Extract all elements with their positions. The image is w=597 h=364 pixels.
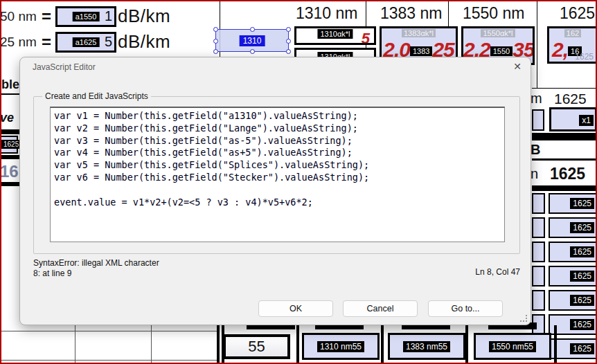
field-name-gray-label: 1383αk*l (402, 29, 436, 37)
field-name-tag: 1625 (570, 319, 594, 330)
field-name-tag: a1625 (73, 37, 100, 47)
selection-handle[interactable] (286, 27, 291, 32)
left-form-field[interactable]: 1625 (0, 136, 18, 154)
cancel-button[interactable]: Cancel (343, 300, 418, 317)
field-sub-label: 1625 (549, 52, 594, 62)
bottom-form-field-1310nm55[interactable]: 1310 nm55 (302, 333, 380, 360)
field-name-tag: 1383 nm55 (403, 341, 450, 352)
right-row-cell[interactable] (532, 266, 545, 286)
form-field-a1550[interactable]: 1 a1550 (55, 6, 116, 27)
cell-value: 55 (248, 338, 265, 356)
right-text-fragment-B: B (531, 142, 540, 158)
right-row-cell[interactable] (532, 217, 545, 238)
table-border-bar (532, 133, 597, 140)
selection-handle[interactable] (286, 39, 291, 44)
red-value-fragment: 5 (362, 30, 370, 45)
right-row-cell[interactable] (532, 193, 545, 214)
selection-handle[interactable] (286, 49, 291, 54)
left-value-fragment: 16 (0, 162, 19, 181)
selection-handle[interactable] (213, 49, 218, 54)
syntax-error-line2: 8: at line 9 (33, 269, 71, 278)
column-header-1383nm: 1383 nm (380, 4, 443, 23)
right-row-field[interactable]: 1625 (549, 290, 597, 311)
bottom-form-field-1383nm55[interactable]: 1383 nm55 (388, 333, 465, 360)
right-row-field[interactable]: 1625 (549, 217, 597, 238)
right-row-field[interactable]: 1625 (549, 266, 597, 286)
right-header-1625: 1625 (554, 91, 587, 107)
javascript-editor-dialog: JavaScript Editor ✕ Create and Edit Java… (19, 57, 531, 325)
field-partial-value: 5 (105, 34, 112, 50)
table-cell-55[interactable]: 55 (223, 334, 290, 359)
right-row-field[interactable]: 1625 (549, 193, 597, 214)
table-border-bar (532, 185, 597, 191)
field-name-gray-label: 162 (564, 29, 581, 37)
ok-button[interactable]: OK (258, 300, 333, 317)
field-name-gray-label: 1550αk*l (481, 29, 515, 37)
right-text-fragment-n: n (531, 166, 538, 182)
field-partial-value: 1 (105, 8, 112, 24)
equals-sign: = (42, 33, 51, 52)
right-form-field-x1[interactable]: x1 (549, 107, 597, 131)
field-name-tag: 1625 (570, 198, 594, 209)
table-border-bar (0, 182, 19, 186)
dialog-title: JavaScript Editor (33, 62, 96, 72)
field-name-tag: a1550 (73, 12, 100, 21)
javascript-code-editor[interactable]: var v1 = Number(this.getField("a1310").v… (50, 107, 505, 242)
field-name-tag: 1625 (570, 271, 594, 282)
attenuation-row-1550: 50 nm = 1 a1550 dB/km (0, 6, 170, 27)
right-row-field[interactable]: 1625 (549, 242, 597, 262)
table-border-bar (465, 325, 468, 364)
screenshot-root: 50 nm = 1 a1550 dB/km 25 nm = 5 a1625 dB… (0, 0, 597, 364)
attenuation-row-1625: 25 nm = 5 a1625 dB/km (0, 31, 170, 53)
wavelength-label: 25 nm (0, 35, 40, 50)
resize-grip-icon[interactable] (520, 315, 527, 322)
right-row-cell[interactable] (532, 242, 545, 262)
form-field-1625[interactable]: 162 2,16 1625 (547, 26, 597, 64)
right-form-field-small[interactable] (532, 109, 544, 131)
create-edit-groupbox: Create and Edit JavaScripts var v1 = Num… (33, 96, 520, 254)
left-text-fragment: ve (0, 111, 14, 125)
field-name-tag: 1550 nm55 (489, 341, 536, 352)
table-border-bar (554, 325, 557, 364)
field-name-tag: 1625 (570, 295, 594, 306)
selection-handle[interactable] (250, 27, 255, 32)
unit-label: dB/km (118, 6, 170, 27)
column-header-1310nm: 1310 nm (296, 4, 358, 23)
goto-button[interactable]: Go to... (428, 300, 503, 317)
right-bold-1625: 1625 (550, 165, 585, 183)
field-name-tag: 1383 (410, 46, 432, 56)
field-name-tag: 1550 (490, 46, 513, 56)
table-line (532, 158, 597, 161)
left-text-fragment: ble (1, 78, 19, 95)
form-field-1310ak[interactable]: 1310αk*l 5 (294, 26, 376, 45)
selected-form-field-1310[interactable]: 1310 (215, 29, 289, 52)
table-border-bar (0, 155, 19, 159)
selection-handle[interactable] (250, 49, 255, 54)
table-border-bar (296, 325, 299, 364)
equals-sign: = (42, 7, 51, 26)
column-header-1550nm: 1550 nm (463, 4, 525, 23)
right-text-fragment: m (531, 91, 542, 107)
groupbox-label: Create and Edit JavaScripts (42, 91, 151, 101)
field-name-tag: 1625 (570, 246, 594, 257)
unit-label: dB/km (118, 31, 170, 53)
syntax-error-line1: SyntaxError: illegal XML character (33, 258, 159, 268)
field-name-tag: x1 (579, 115, 594, 126)
javascript-code-text: var v1 = Number(this.getField("a1310").v… (51, 108, 504, 210)
field-name-tag: 1310 (240, 35, 265, 46)
right-row-cell[interactable] (532, 290, 545, 311)
form-field-a1625[interactable]: 5 a1625 (55, 32, 116, 53)
table-border-bar (381, 325, 384, 364)
column-header-1625nm: 1625 (560, 4, 595, 23)
field-name-tag: 1310 nm55 (317, 341, 364, 352)
selection-handle[interactable] (213, 27, 218, 32)
bottom-form-field-1550nm55[interactable]: 1550 nm55 (474, 333, 551, 360)
field-name-tag: 1625 (1, 140, 21, 149)
column-divider (537, 0, 537, 88)
selection-handle[interactable] (213, 39, 218, 44)
field-name-tag: 1625 (570, 343, 594, 354)
close-icon[interactable]: ✕ (513, 62, 522, 71)
cursor-position-indicator: Ln 8, Col 47 (475, 267, 520, 277)
table-border-bar (0, 129, 19, 134)
table-line (532, 88, 597, 89)
